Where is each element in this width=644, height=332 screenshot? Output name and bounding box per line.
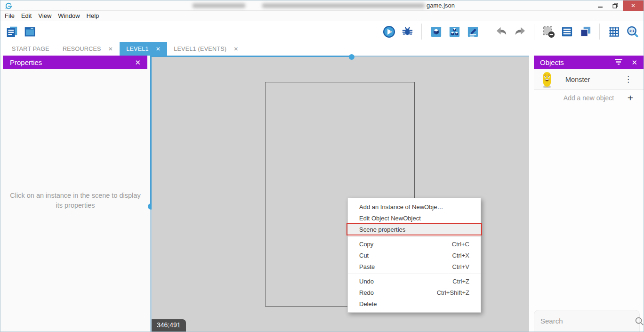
plus-icon[interactable]: + — [628, 93, 633, 103]
menu-help[interactable]: Help — [83, 11, 103, 21]
search-icon — [634, 316, 644, 326]
minimize-icon — [598, 7, 603, 8]
monster-thumbnail-icon — [541, 71, 553, 88]
edit-scene-button[interactable] — [466, 25, 479, 38]
redacted-window-title — [193, 3, 245, 8]
context-menu-item-scene-properties[interactable]: Scene properties — [348, 224, 481, 235]
resizer-line — [352, 56, 529, 57]
tab-close-icon[interactable]: ✕ — [156, 46, 161, 52]
toolbar-separator — [599, 24, 600, 40]
object-list-item-monster[interactable]: Monster ⋮ — [534, 69, 644, 90]
context-menu-item-copy[interactable]: Copy Ctrl+C — [348, 238, 481, 250]
tab-start-page[interactable]: START PAGE — [5, 42, 56, 56]
mouse-coordinates-badge: 346;491 — [152, 319, 186, 332]
tab-level1[interactable]: LEVEL1 ✕ — [120, 42, 167, 56]
context-menu-item-add-instance[interactable]: Add an Instance of NewObje… — [348, 201, 481, 212]
delete-instances-icon — [542, 25, 555, 38]
project-manager-icon — [6, 25, 18, 38]
objects-panel-header: Objects ✕ — [534, 56, 644, 69]
redo-button[interactable] — [513, 25, 526, 38]
redacted-window-title — [262, 3, 425, 8]
gdevelop-logo-icon — [4, 1, 13, 10]
close-icon[interactable]: ✕ — [631, 58, 637, 67]
filter-icon[interactable] — [614, 58, 623, 67]
undo-button[interactable] — [495, 25, 508, 38]
redo-icon — [514, 25, 526, 38]
add-multiple-instances-button[interactable] — [448, 25, 461, 38]
menu-view[interactable]: View — [35, 11, 55, 21]
close-button[interactable]: ✕ — [623, 0, 644, 11]
tab-label: START PAGE — [12, 46, 49, 52]
tab-label: LEVEL1 (EVENTS) — [174, 46, 226, 52]
layers-icon — [579, 25, 592, 38]
start-page-button[interactable] — [23, 25, 36, 38]
context-menu-separator — [348, 236, 481, 237]
gdevelop-window: game.json ✕ File Edit View Window Help — [0, 0, 644, 332]
toolbar-separator — [487, 24, 487, 40]
menu-file[interactable]: File — [1, 11, 18, 21]
menu-edit[interactable]: Edit — [18, 11, 35, 21]
objects-list-icon — [561, 25, 573, 38]
tab-label: RESOURCES — [63, 46, 101, 52]
close-icon[interactable]: ✕ — [135, 58, 141, 67]
titlebar: game.json ✕ — [0, 0, 644, 11]
add-new-object-row[interactable]: Add a new object + — [534, 90, 644, 105]
object-name: Monster — [565, 76, 590, 83]
menubar: File Edit View Window Help — [0, 11, 644, 21]
window-title: game.json — [427, 2, 455, 9]
tab-resources[interactable]: RESOURCES ✕ — [56, 42, 120, 56]
object-menu-kebab-icon[interactable]: ⋮ — [624, 75, 632, 83]
context-menu-item-paste[interactable]: Paste Ctrl+V — [348, 261, 481, 272]
properties-panel: Properties ✕ Click on an instance in the… — [0, 56, 150, 332]
toolbar-separator — [534, 24, 534, 40]
context-menu-item-edit-object[interactable]: Edit Object NewObject — [348, 212, 481, 224]
tabbar: START PAGE RESOURCES ✕ LEVEL1 ✕ LEVEL1 (… — [0, 42, 644, 56]
start-page-icon — [24, 25, 36, 38]
tab-close-icon[interactable]: ✕ — [233, 46, 238, 52]
minimize-button[interactable] — [593, 0, 608, 11]
svg-text:1:1: 1:1 — [629, 29, 635, 33]
scene-context-menu: Add an Instance of NewObje… Edit Object … — [347, 198, 481, 313]
grid-icon — [608, 25, 620, 38]
play-icon — [383, 25, 395, 38]
tab-close-icon[interactable]: ✕ — [108, 46, 113, 52]
add-new-object-label: Add a new object — [564, 94, 614, 102]
tab-label: LEVEL1 — [126, 46, 149, 52]
add-instance-icon — [430, 25, 443, 38]
add-instance-button[interactable] — [429, 25, 443, 38]
resizer-line — [152, 56, 352, 57]
restore-button[interactable] — [608, 0, 623, 11]
context-menu-item-redo[interactable]: Redo Ctrl+Shift+Z — [348, 287, 481, 298]
add-multiple-instances-icon — [448, 25, 461, 38]
context-menu-item-delete[interactable]: Delete — [348, 298, 481, 309]
close-icon: ✕ — [631, 2, 636, 9]
zoom-1-1-button[interactable]: 1:1 — [626, 25, 639, 38]
play-button[interactable] — [382, 25, 395, 38]
debug-bug-icon — [401, 25, 414, 38]
restore-icon — [612, 3, 618, 8]
project-manager-button[interactable] — [5, 25, 18, 38]
context-menu-item-cut[interactable]: Cut Ctrl+X — [348, 250, 481, 261]
zoom-1-1-icon: 1:1 — [626, 25, 639, 38]
resizer-handle[interactable] — [349, 54, 354, 60]
undo-icon — [495, 25, 508, 38]
layers-button[interactable] — [579, 25, 592, 38]
properties-empty-message: Click on an instance in the scene to dis… — [8, 191, 143, 211]
context-menu-item-undo[interactable]: Undo Ctrl+Z — [348, 275, 481, 287]
toolbar-separator — [421, 24, 422, 40]
properties-panel-header: Properties ✕ — [3, 56, 147, 69]
tab-level1-events[interactable]: LEVEL1 (EVENTS) ✕ — [167, 42, 245, 56]
objects-list-button[interactable] — [560, 25, 573, 38]
grid-button[interactable] — [607, 25, 620, 38]
debug-button[interactable] — [401, 25, 414, 38]
toolbar: 1:1 — [0, 21, 644, 42]
properties-panel-title: Properties — [10, 58, 42, 66]
edit-scene-icon — [467, 25, 479, 38]
context-menu-separator — [348, 274, 481, 274]
objects-search-card — [534, 310, 640, 332]
delete-instances-button[interactable] — [542, 25, 555, 38]
objects-panel-title: Objects — [540, 58, 564, 66]
objects-search-input[interactable] — [540, 317, 634, 325]
menu-window[interactable]: Window — [55, 11, 83, 21]
objects-panel: Objects ✕ — [529, 56, 644, 332]
